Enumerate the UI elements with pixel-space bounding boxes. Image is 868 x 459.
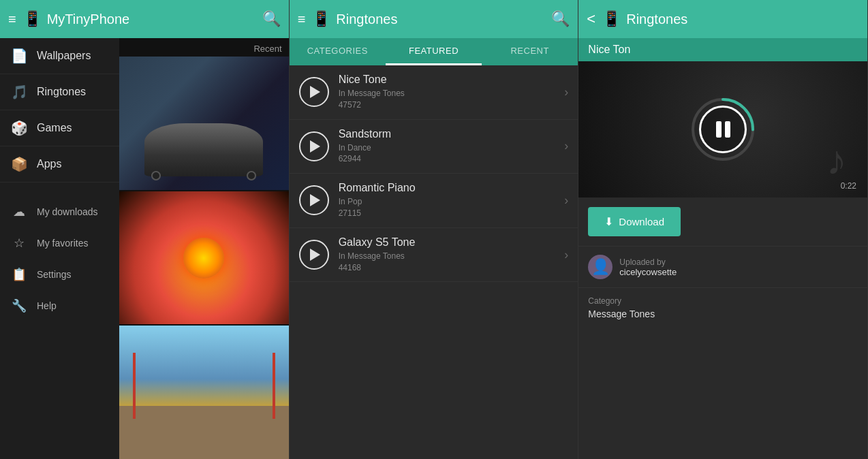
category-section: Category Message Tones: [578, 287, 867, 328]
panel3-header: < 📱 Ringtones: [578, 0, 867, 38]
play-button-1[interactable]: [299, 131, 329, 161]
panel1-body: 📄 Wallpapers 🎵 Ringtones 🎲 Games 📦 Apps …: [0, 38, 289, 459]
panel2-header: ≡ 📱 Ringtones 🔍: [290, 0, 578, 38]
sidebar-menu: 📄 Wallpapers 🎵 Ringtones 🎲 Games 📦 Apps …: [0, 38, 119, 459]
upload-info: 👤 Uploaded by cicelycowsette: [578, 246, 867, 287]
ringtones-title-p2: Ringtones: [336, 12, 551, 27]
sidebar-item-downloads[interactable]: ☁ My downloads: [0, 196, 119, 227]
avatar: 👤: [588, 255, 613, 279]
ringtone-name-1: Sandstorm: [339, 128, 559, 140]
chevron-icon-3: ›: [564, 248, 568, 262]
ringtone-item-0[interactable]: Nice Tone In Message Tones 47572 ›: [290, 65, 578, 120]
sidebar-label-games: Games: [37, 122, 72, 134]
now-playing-title: Nice Ton: [588, 44, 630, 55]
play-triangle-3: [310, 249, 320, 261]
sidebar-item-apps[interactable]: 📦 Apps: [0, 146, 119, 183]
time-display: 0:22: [841, 181, 856, 191]
ringtone-name-3: Galaxy S5 Tone: [339, 236, 559, 249]
sidebar-item-ringtones[interactable]: 🎵 Ringtones: [0, 74, 119, 110]
sidebar-item-favorites[interactable]: ☆ My favorites: [0, 227, 119, 259]
ringtone-downloads-1: 62944: [339, 153, 559, 165]
games-icon: 🎲: [11, 120, 27, 136]
sidebar-label-favorites: My favorites: [37, 238, 88, 249]
ringtone-item-3[interactable]: Galaxy S5 Tone In Message Tones 44168 ›: [290, 228, 578, 283]
sidebar-label-downloads: My downloads: [37, 206, 98, 217]
play-button-2[interactable]: [299, 185, 329, 215]
play-triangle-2: [310, 194, 320, 206]
sidebar-item-help[interactable]: 🔧 Help: [0, 290, 119, 321]
chevron-icon-0: ›: [564, 85, 568, 99]
ringtone-info-3: Galaxy S5 Tone In Message Tones 44168: [339, 236, 559, 274]
phone-icon-p2: 📱: [312, 10, 330, 28]
help-icon: 🔧: [11, 298, 27, 313]
ringtone-icon: 🎵: [11, 84, 27, 100]
tab-recent[interactable]: Recent: [482, 38, 578, 65]
pause-bar-left: [716, 121, 722, 138]
search-icon-p2[interactable]: 🔍: [551, 10, 570, 28]
category-value: Message Tones: [588, 308, 858, 319]
sidebar-divider: [0, 183, 119, 196]
sidebar-label-help: Help: [37, 300, 57, 311]
sidebar-item-settings[interactable]: 📋 Settings: [0, 259, 119, 290]
wallpaper-thumb-fire[interactable]: [119, 191, 289, 325]
wallpaper-strip: Recent: [119, 38, 289, 459]
avatar-person-icon: 👤: [591, 258, 610, 276]
ringtone-info-0: Nice Tone In Message Tones 47572: [339, 74, 559, 111]
play-button-0[interactable]: [299, 77, 329, 107]
panel-player: < 📱 Ringtones Nice Ton ♪ 0:22: [578, 0, 868, 459]
sidebar-item-games[interactable]: 🎲 Games: [0, 110, 119, 146]
ringtone-downloads-2: 27115: [339, 208, 559, 219]
download-icon: ⬇: [604, 215, 613, 228]
wallpaper-grid: [119, 57, 289, 459]
player-body: Nice Ton ♪ 0:22 ⬇ Downlo: [578, 38, 867, 459]
panel1-header: ≡ 📱 MyTinyPhone 🔍: [0, 0, 289, 38]
now-playing-bar: Nice Ton: [578, 38, 867, 61]
ringtone-category-3: In Message Tones: [339, 251, 559, 262]
chevron-icon-1: ›: [564, 139, 568, 153]
sidebar-label-wallpapers: Wallpapers: [37, 50, 91, 62]
ringtone-list: Nice Tone In Message Tones 47572 › Sands…: [290, 65, 578, 459]
chevron-icon-2: ›: [564, 193, 568, 208]
uploaded-by-label: Uploaded by: [619, 257, 677, 267]
album-art: ♪ 0:22: [578, 61, 867, 197]
ringtone-downloads-3: 44168: [339, 262, 559, 274]
sidebar-item-wallpapers[interactable]: 📄 Wallpapers: [0, 38, 119, 74]
hamburger-icon-p2[interactable]: ≡: [298, 12, 306, 27]
phone-icon-p1: 📱: [23, 10, 42, 28]
upload-text: Uploaded by cicelycowsette: [619, 257, 677, 277]
downloads-icon: ☁: [11, 204, 27, 219]
download-section: ⬇ Download: [578, 197, 867, 246]
settings-icon: 📋: [11, 267, 27, 282]
recent-label: Recent: [119, 38, 289, 57]
pause-bars: [716, 121, 730, 138]
ringtone-category-2: In Pop: [339, 196, 559, 208]
download-button[interactable]: ⬇ Download: [588, 207, 681, 236]
ringtone-info-2: Romantic Piano In Pop 27115: [339, 182, 559, 219]
ringtone-item-2[interactable]: Romantic Piano In Pop 27115 ›: [290, 174, 578, 228]
panel-ringtones: ≡ 📱 Ringtones 🔍 Categories Featured Rece…: [290, 0, 579, 459]
sidebar-label-settings: Settings: [37, 269, 72, 280]
pause-button[interactable]: [699, 106, 747, 153]
hamburger-icon[interactable]: ≡: [8, 12, 16, 27]
back-icon-p3[interactable]: <: [587, 10, 595, 28]
play-triangle-0: [310, 86, 320, 98]
wallpaper-thumb-car[interactable]: [119, 57, 289, 190]
sidebar-label-ringtones: Ringtones: [37, 86, 86, 98]
ringtone-name-0: Nice Tone: [339, 74, 559, 86]
tab-featured[interactable]: Featured: [386, 38, 482, 65]
ringtone-category-0: In Message Tones: [339, 88, 559, 99]
uploader-name: cicelycowsette: [619, 267, 677, 277]
play-button-3[interactable]: [299, 240, 329, 270]
phone-icon-p3: 📱: [602, 10, 621, 28]
ringtone-item-1[interactable]: Sandstorm In Dance 62944 ›: [290, 120, 578, 174]
tabs-bar: Categories Featured Recent: [290, 38, 578, 65]
wallpaper-thumb-bridge[interactable]: [119, 326, 289, 459]
tab-categories[interactable]: Categories: [290, 38, 386, 65]
ringtone-downloads-0: 47572: [339, 99, 559, 111]
sidebar-label-apps: Apps: [37, 158, 61, 170]
panel-main-menu: ≡ 📱 MyTinyPhone 🔍 📄 Wallpapers 🎵 Rington…: [0, 0, 290, 459]
search-icon-p1[interactable]: 🔍: [262, 10, 281, 28]
favorites-icon: ☆: [11, 236, 27, 251]
ringtone-category-1: In Dance: [339, 142, 559, 154]
wallpaper-icon: 📄: [11, 48, 27, 64]
